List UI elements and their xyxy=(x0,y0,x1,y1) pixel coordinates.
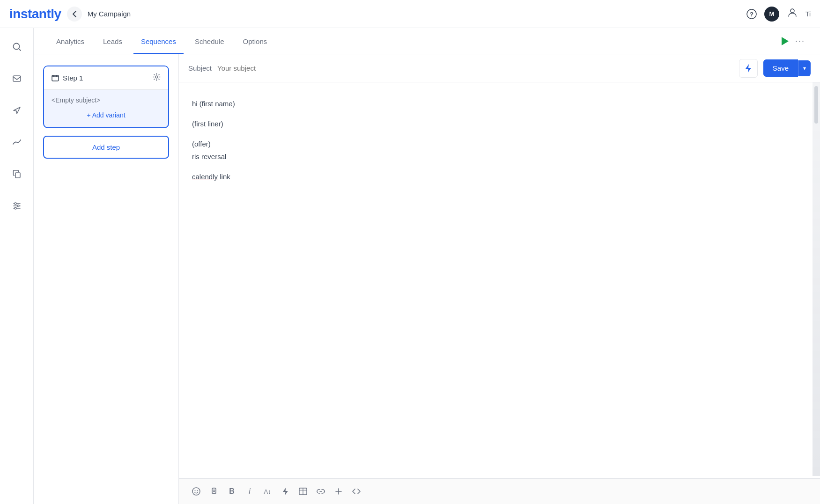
help-button[interactable]: ? xyxy=(746,9,757,19)
lightning-button[interactable] xyxy=(739,59,758,78)
back-button[interactable] xyxy=(67,7,82,22)
calendly-link: calendly xyxy=(192,173,218,181)
link-button[interactable] xyxy=(313,483,329,499)
content-area: Analytics Leads Sequences Schedule Optio… xyxy=(34,28,820,504)
svg-rect-4 xyxy=(13,76,21,81)
subject-label: Subject xyxy=(188,64,212,72)
sidebar-item-send[interactable] xyxy=(7,101,26,120)
table-button[interactable] xyxy=(295,483,311,499)
sidebar-item-mail[interactable] xyxy=(7,69,26,88)
step-number: Step 1 xyxy=(63,74,83,82)
tab-analytics[interactable]: Analytics xyxy=(49,28,92,54)
svg-point-16 xyxy=(195,490,196,491)
lightning-toolbar-button[interactable] xyxy=(277,483,293,499)
svg-point-14 xyxy=(155,76,158,78)
svg-point-9 xyxy=(15,203,16,205)
scrollbar-track[interactable] xyxy=(813,82,820,476)
sidebar-item-settings[interactable] xyxy=(7,197,26,215)
svg-point-15 xyxy=(192,488,200,495)
code-button[interactable] xyxy=(348,483,364,499)
svg-point-10 xyxy=(17,205,19,207)
font-size-button[interactable]: A↕ xyxy=(259,483,275,499)
save-button-group: Save ▾ xyxy=(763,59,811,77)
svg-rect-5 xyxy=(15,173,20,178)
sidebar-item-copy[interactable] xyxy=(7,165,26,183)
tab-schedule[interactable]: Schedule xyxy=(187,28,232,54)
svg-marker-12 xyxy=(782,37,789,45)
tabs-actions: ··· xyxy=(779,36,805,46)
right-panel: Subject Save ▾ hi (first name) ( xyxy=(179,54,820,504)
avatar[interactable]: M xyxy=(764,7,779,22)
sidebar xyxy=(0,28,34,504)
email-line-2: (first liner) xyxy=(192,117,807,130)
email-line-4: calendly link xyxy=(192,170,807,183)
save-dropdown-button[interactable]: ▾ xyxy=(798,60,811,76)
more-options-button[interactable]: ··· xyxy=(795,36,805,46)
subject-bar: Subject Save ▾ xyxy=(179,54,820,82)
email-line-3: (offer)ris reversal xyxy=(192,138,807,163)
play-button[interactable] xyxy=(779,36,790,46)
scrollbar-thumb xyxy=(814,86,818,124)
tab-options[interactable]: Options xyxy=(236,28,275,54)
sidebar-item-search[interactable] xyxy=(7,37,26,56)
step-label: Step 1 xyxy=(52,74,83,82)
header-right: ? M Ti xyxy=(746,7,811,22)
tabs-bar: Analytics Leads Sequences Schedule Optio… xyxy=(34,28,820,54)
svg-point-11 xyxy=(15,207,16,209)
email-line-1: hi (first name) xyxy=(192,97,807,110)
email-body-editor[interactable]: hi (first name) (first liner) (offer)ris… xyxy=(179,82,820,478)
svg-text:?: ? xyxy=(750,11,754,18)
svg-point-17 xyxy=(197,490,198,491)
step-card: Step 1 <Empty subject> + Add variant xyxy=(43,66,169,128)
bold-button[interactable]: B xyxy=(224,483,240,499)
svg-point-2 xyxy=(790,9,794,13)
attach-button[interactable] xyxy=(206,483,222,499)
svg-rect-13 xyxy=(52,75,59,81)
step-card-header: Step 1 xyxy=(44,66,168,90)
add-step-button[interactable]: Add step xyxy=(43,136,169,159)
top-header: instantly My Campaign ? M Ti xyxy=(0,0,820,28)
step-settings-button[interactable] xyxy=(153,73,161,83)
sequences-body: Step 1 <Empty subject> + Add variant xyxy=(34,54,820,504)
user-profile-button[interactable] xyxy=(787,7,798,21)
tab-leads[interactable]: Leads xyxy=(96,28,130,54)
step-card-body: <Empty subject> + Add variant xyxy=(44,90,168,127)
app-logo: instantly xyxy=(9,7,61,22)
left-panel: Step 1 <Empty subject> + Add variant xyxy=(34,54,179,504)
tab-sequences[interactable]: Sequences xyxy=(133,28,184,54)
campaign-title: My Campaign xyxy=(88,10,131,18)
add-variant-button[interactable]: + Add variant xyxy=(87,111,125,119)
editor-toolbar: B i A↕ xyxy=(179,478,820,504)
sidebar-item-analytics[interactable] xyxy=(7,133,26,152)
emoji-button[interactable] xyxy=(188,483,204,499)
save-button[interactable]: Save xyxy=(763,59,798,77)
empty-subject-label: <Empty subject> xyxy=(52,96,100,104)
italic-button[interactable]: i xyxy=(242,483,258,499)
subject-input[interactable] xyxy=(217,64,733,72)
plus-insert-button[interactable] xyxy=(331,483,347,499)
user-label: Ti xyxy=(805,10,811,18)
main-layout: Analytics Leads Sequences Schedule Optio… xyxy=(0,28,820,504)
